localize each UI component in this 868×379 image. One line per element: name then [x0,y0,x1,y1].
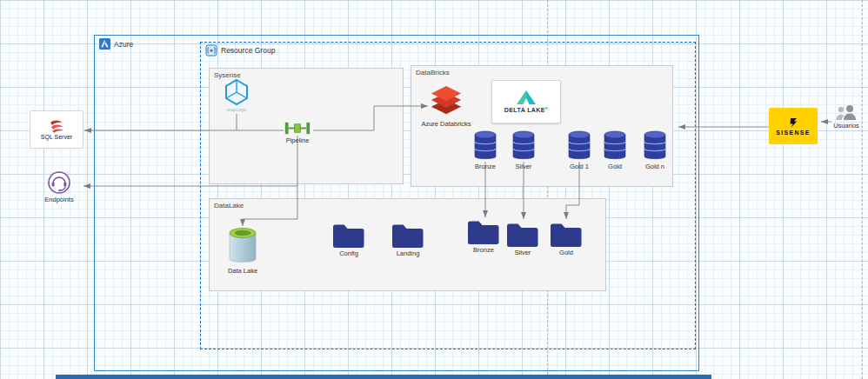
endpoints-node: Endpoints [37,170,82,203]
azure-databricks-node: Azure Databricks [418,84,474,128]
pipeline-label: Pipeline [286,137,310,144]
diagram-canvas: Azure Resource Group Sysense DataBricks … [0,0,868,379]
resource-group-icon [205,44,217,57]
folder-icon [331,223,366,249]
cylinder-silver: Silver [506,130,541,170]
database-cylinder-icon [474,130,497,162]
hexagon-logo-icon [223,78,250,106]
database-cylinder-icon [512,130,535,162]
delta-lake-card: DELTA LAKE® [491,80,561,123]
data-lake-label: Data Lake [228,268,257,275]
users-node: Usuarios [826,103,866,130]
folder-icon [466,219,501,245]
databricks-icon [430,84,463,119]
folder-silver: Silver [504,222,542,256]
cylinder-label: Gold n [645,163,664,170]
cylinder-bronze: Bronze [468,130,503,170]
pipeline-icon [284,121,311,136]
sql-server-node: SQL Server [30,110,83,149]
azure-databricks-label: Azure Databricks [421,121,471,128]
pipeline-node: Pipeline [273,121,322,144]
folder-gold: Gold [547,222,585,256]
cylinder-gold: Gold [598,130,632,170]
data-lake-icon [228,226,257,266]
endpoints-label: Endpoints [44,196,73,203]
folder-label: Silver [515,249,531,256]
delta-lake-label: DELTA LAKE® [504,106,548,113]
database-cylinder-icon [568,130,591,162]
datalake-panel-title: DataLake [214,202,244,209]
azure-logo-icon [99,38,110,50]
users-icon [835,103,858,121]
data-lake-node: Data Lake [224,226,261,275]
cylinder-label: Silver [516,163,532,170]
endpoints-icon [47,170,71,195]
delta-lake-icon [516,90,537,105]
azure-group-header: Azure [99,38,133,50]
folder-config: Config [330,223,368,257]
folder-icon [549,222,584,248]
sql-server-icon [49,119,64,133]
cylinder-gold-n: Gold n [638,130,672,170]
folder-label: Bronze [473,247,494,254]
sisense-node: SISENSE [769,108,818,144]
cylinder-label: Gold 1 [570,163,589,170]
folder-icon [391,223,425,249]
logo-caption: snapLogic [227,107,247,112]
azure-label: Azure [114,40,133,49]
cylinder-gold-1: Gold 1 [562,130,597,170]
sisense-label: SISENSE [776,130,810,136]
sisense-logo-icon [788,117,799,129]
integration-logo-node: snapLogic [216,78,257,112]
databricks-panel-title: DataBricks [416,69,450,76]
cylinder-label: Gold [608,163,622,170]
folder-label: Config [339,250,358,257]
database-cylinder-icon [644,130,666,162]
folder-label: Gold [559,249,573,256]
folder-bronze: Bronze [464,219,503,254]
folder-label: Landing [397,250,420,257]
resource-group-header: Resource Group [205,44,275,57]
folder-landing: Landing [389,223,427,257]
folder-icon [505,222,540,248]
resource-group-label: Resource Group [221,46,275,55]
users-label: Usuarios [833,123,859,130]
database-cylinder-icon [604,130,626,162]
sql-server-label: SQL Server [41,134,72,140]
page-break-line-right [862,0,863,379]
page-edge-strip [56,375,711,379]
cylinder-label: Bronze [475,163,496,170]
